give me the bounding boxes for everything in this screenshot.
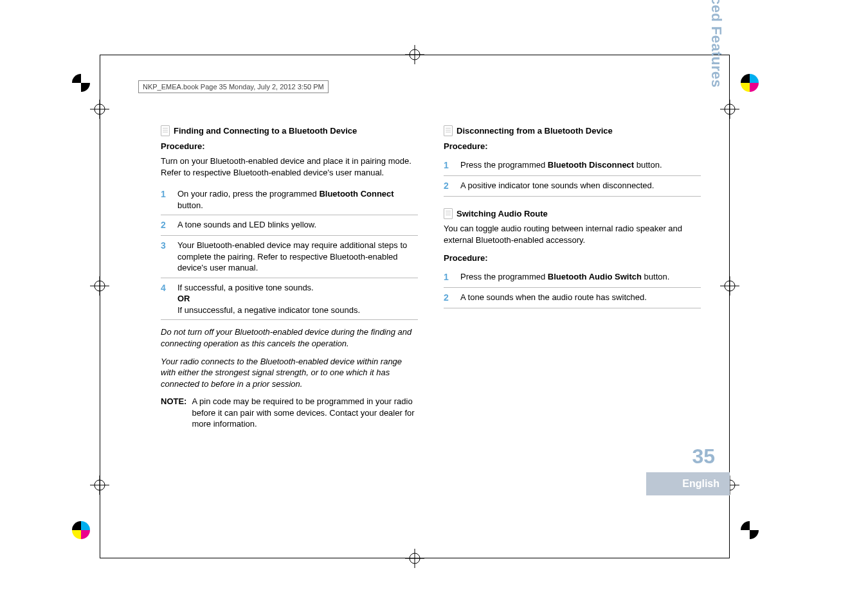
step-body: A tone sounds and LED blinks yellow. <box>177 219 418 231</box>
crop-line <box>100 55 100 558</box>
page-header: NKP_EMEA.book Page 35 Monday, July 2, 20… <box>138 80 329 93</box>
svg-point-21 <box>410 553 420 564</box>
registration-mark-icon <box>405 549 424 568</box>
language-label: English <box>646 472 730 495</box>
step-number: 3 <box>161 240 170 274</box>
step-item: 2 A tone sounds and LED blinks yellow. <box>161 215 418 236</box>
step-number: 1 <box>444 159 453 172</box>
step-text: Press the programmed <box>460 272 548 281</box>
section-heading: Finding and Connecting to a Bluetooth De… <box>161 125 418 137</box>
step-body: Your Bluetooth-enabled device may requir… <box>177 240 418 274</box>
step-body: Press the programmed Bluetooth Disconnec… <box>460 159 701 172</box>
step-text: button. <box>634 160 662 170</box>
crop-line <box>100 558 730 558</box>
section-heading: Switching Audio Route <box>444 208 701 220</box>
left-column: Finding and Connecting to a Bluetooth De… <box>161 125 418 430</box>
step-text: On your radio, press the programmed <box>177 189 319 199</box>
step-number: 2 <box>161 219 170 231</box>
procedure-label: Procedure: <box>161 141 418 152</box>
document-icon <box>444 125 453 136</box>
step-body: If successful, a positive tone sounds. O… <box>177 282 418 316</box>
section-heading: Disconnecting from a Bluetooth Device <box>444 125 701 137</box>
step-number: 4 <box>161 282 170 316</box>
registration-mark-icon <box>720 276 739 296</box>
step-list: 1 Press the programmed Bluetooth Disconn… <box>444 155 701 196</box>
note-label: NOTE: <box>161 396 186 430</box>
step-body: On your radio, press the programmed Blue… <box>177 188 418 211</box>
cmyk-swatch <box>72 74 90 92</box>
step-bold: Bluetooth Audio Switch <box>548 272 642 281</box>
procedure-label: Procedure: <box>444 141 701 152</box>
crop-line <box>100 55 730 55</box>
document-icon <box>161 125 170 136</box>
step-item: 4 If successful, a positive tone sounds.… <box>161 278 418 320</box>
step-item: 1 On your radio, press the programmed Bl… <box>161 184 418 215</box>
step-body: A positive indicator tone sounds when di… <box>460 180 701 192</box>
procedure-label: Procedure: <box>444 253 701 264</box>
page-number: 35 <box>692 445 715 468</box>
step-body: Press the programmed Bluetooth Audio Swi… <box>460 271 701 283</box>
step-number: 1 <box>161 188 170 211</box>
step-bold: Bluetooth Disconnect <box>548 160 634 170</box>
cmyk-swatch <box>72 521 90 539</box>
svg-point-9 <box>725 281 735 291</box>
step-item: 1 Press the programmed Bluetooth Disconn… <box>444 155 701 176</box>
side-chapter-label: Advanced Features <box>705 0 725 125</box>
step-number: 2 <box>444 180 453 192</box>
heading-text: Switching Audio Route <box>457 208 548 220</box>
step-or: OR <box>177 294 190 303</box>
cmyk-swatch <box>741 74 759 92</box>
italic-note: Your radio connects to the Bluetooth-ena… <box>161 356 418 390</box>
note-text: A pin code may be required to be program… <box>192 396 418 430</box>
step-list: 1 On your radio, press the programmed Bl… <box>161 184 418 319</box>
step-text: If successful, a positive tone sounds. <box>177 283 314 292</box>
step-item: 2 A positive indicator tone sounds when … <box>444 176 701 196</box>
step-body: A tone sounds when the audio route has s… <box>460 292 701 304</box>
cmyk-swatch <box>741 521 759 539</box>
step-number: 1 <box>444 271 453 283</box>
step-text: button. <box>177 200 203 210</box>
step-text: If unsuccessful, a negative indicator to… <box>177 305 360 315</box>
intro-paragraph: Turn on your Bluetooth-enabled device an… <box>161 155 418 178</box>
heading-text: Disconnecting from a Bluetooth Device <box>457 125 613 137</box>
step-item: 3 Your Bluetooth-enabled device may requ… <box>161 236 418 278</box>
right-column: Disconnecting from a Bluetooth Device Pr… <box>444 125 701 430</box>
step-item: 2 A tone sounds when the audio route has… <box>444 288 701 308</box>
step-text: Press the programmed <box>460 160 548 170</box>
note-block: NOTE: A pin code may be required to be p… <box>161 396 418 430</box>
document-icon <box>444 208 453 219</box>
step-list: 1 Press the programmed Bluetooth Audio S… <box>444 267 701 308</box>
step-text: button. <box>642 272 669 281</box>
heading-text: Finding and Connecting to a Bluetooth De… <box>174 125 357 137</box>
italic-note: Do not turn off your Bluetooth-enabled d… <box>161 326 418 349</box>
svg-point-3 <box>725 104 735 114</box>
step-number: 2 <box>444 292 453 304</box>
step-item: 1 Press the programmed Bluetooth Audio S… <box>444 267 701 288</box>
step-bold: Bluetooth Connect <box>319 189 393 199</box>
intro-paragraph: You can toggle audio routing between int… <box>444 223 701 245</box>
content-columns: Finding and Connecting to a Bluetooth De… <box>161 125 701 430</box>
